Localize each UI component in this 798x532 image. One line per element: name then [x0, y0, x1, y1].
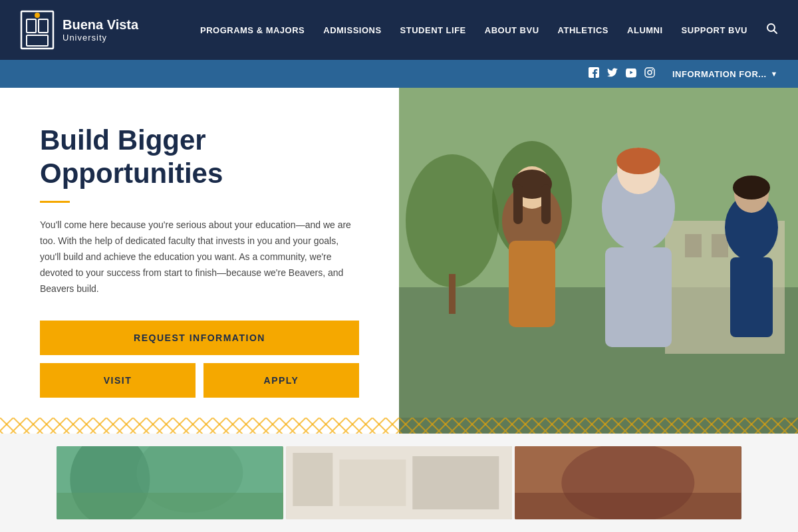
nav-links: PROGRAMS & MAJORS ADMISSIONS STUDENT LIF… [200, 23, 778, 38]
hero-divider [40, 201, 70, 203]
x-pattern-overlay [399, 418, 798, 434]
x-pattern-svg [399, 418, 798, 434]
university-label: University [63, 33, 138, 43]
svg-point-12 [406, 154, 499, 287]
card-2-image [286, 446, 513, 519]
secondary-navigation: INFORMATION FOR... ▼ [0, 60, 798, 88]
svg-rect-50 [515, 493, 741, 519]
nav-alumni[interactable]: ALUMNI [627, 25, 663, 35]
svg-rect-24 [541, 184, 551, 224]
youtube-icon[interactable] [626, 67, 636, 80]
svg-rect-31 [730, 257, 773, 337]
social-icons-group [589, 67, 655, 80]
request-information-button[interactable]: REQUEST INFORMATION [40, 321, 359, 355]
svg-rect-16 [685, 234, 702, 257]
main-navigation: Buena Vista University PROGRAMS & MAJORS… [0, 0, 798, 60]
hero-title: Build Bigger Opportunities [40, 124, 359, 191]
twitter-icon[interactable] [607, 67, 618, 80]
svg-rect-23 [513, 184, 523, 224]
svg-rect-47 [412, 456, 499, 509]
svg-rect-7 [645, 68, 654, 77]
card-3-image [515, 446, 741, 519]
search-icon[interactable] [766, 23, 778, 38]
svg-point-4 [35, 13, 40, 18]
hero-body-text: You'll come here because you're serious … [40, 217, 359, 297]
facebook-icon[interactable] [589, 67, 599, 80]
students-svg [399, 88, 798, 434]
svg-rect-13 [449, 274, 456, 314]
nav-athletics[interactable]: ATHLETICS [558, 25, 608, 35]
nav-admissions[interactable]: ADMISSIONS [323, 25, 381, 35]
school-name: Buena Vista [63, 17, 138, 33]
information-for-dropdown[interactable]: INFORMATION FOR... ▼ [672, 69, 778, 79]
nav-programs-majors[interactable]: PROGRAMS & MAJORS [200, 25, 305, 35]
instagram-icon[interactable] [644, 67, 655, 80]
logo[interactable]: Buena Vista University [20, 10, 138, 50]
card-1[interactable] [57, 446, 283, 519]
visit-apply-row: VISIT APPLY [40, 363, 359, 398]
svg-rect-45 [293, 453, 332, 506]
x-pattern-left-svg [0, 418, 399, 434]
card-3[interactable] [515, 446, 741, 519]
visit-button[interactable]: VISIT [40, 363, 196, 398]
svg-point-8 [648, 70, 652, 74]
nav-about-bvu[interactable]: ABOUT BVU [485, 25, 539, 35]
svg-line-6 [774, 30, 777, 33]
svg-rect-43 [57, 493, 283, 519]
svg-rect-46 [339, 460, 406, 506]
svg-rect-3 [27, 35, 48, 46]
bvu-logo-icon [20, 10, 55, 50]
hero-photo [399, 88, 798, 434]
info-dropdown-label: INFORMATION FOR... [672, 69, 767, 79]
svg-rect-39 [0, 418, 399, 434]
svg-rect-2 [39, 19, 48, 33]
logo-text: Buena Vista University [63, 17, 138, 43]
svg-rect-1 [27, 19, 36, 33]
nav-student-life[interactable]: STUDENT LIFE [400, 25, 466, 35]
hero-image [399, 88, 798, 434]
svg-rect-36 [399, 418, 798, 434]
hero-content: Build Bigger Opportunities You'll come h… [0, 88, 399, 434]
svg-rect-21 [509, 241, 555, 327]
hero-section: Build Bigger Opportunities You'll come h… [0, 88, 798, 434]
svg-point-9 [652, 69, 653, 70]
svg-point-28 [616, 148, 660, 174]
chevron-down-icon: ▼ [771, 70, 778, 78]
svg-point-32 [733, 176, 770, 200]
svg-rect-17 [712, 234, 728, 257]
nav-support-bvu[interactable]: SUPPORT BVU [682, 25, 747, 35]
svg-rect-27 [605, 247, 672, 347]
bottom-cards-section [0, 434, 798, 532]
x-pattern-strip-left [0, 418, 399, 434]
card-1-image [57, 446, 283, 519]
card-2[interactable] [286, 446, 513, 519]
apply-button[interactable]: APPLY [203, 363, 359, 398]
request-info-row: REQUEST INFORMATION [40, 321, 359, 355]
